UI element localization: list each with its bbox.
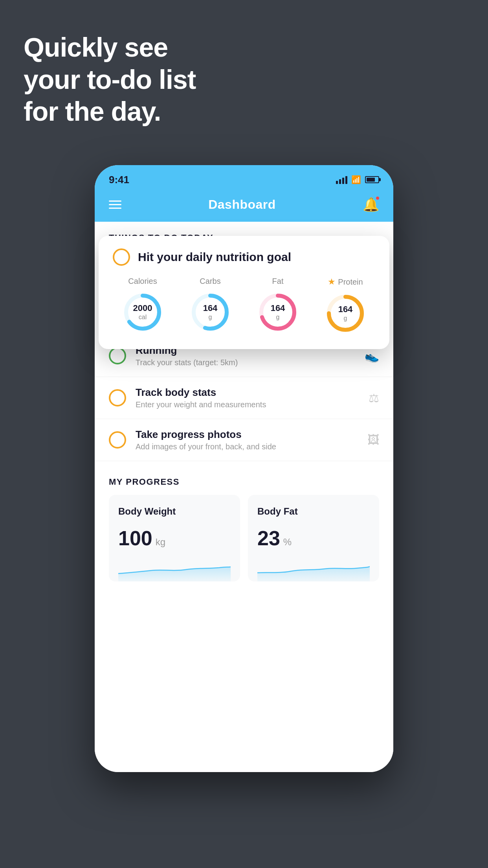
status-icons: 📶 [336, 175, 379, 184]
carbs-donut: 164 g [189, 291, 232, 334]
carbs-item: Carbs 164 g [180, 277, 240, 335]
body-fat-value-container: 23 % [257, 526, 370, 550]
star-icon: ★ [328, 277, 336, 287]
fat-value: 164 [271, 303, 285, 313]
shoe-icon: 👟 [365, 349, 379, 363]
todo-subtitle-progress-photos: Add images of your front, back, and side [136, 442, 358, 451]
body-weight-card: Body Weight 100 kg [109, 495, 240, 581]
list-item[interactable]: Take progress photos Add images of your … [95, 419, 393, 461]
checkbox-running[interactable] [109, 347, 126, 364]
wifi-icon: 📶 [351, 175, 361, 184]
status-bar: 9:41 📶 [95, 165, 393, 189]
scale-icon: ⚖ [369, 391, 379, 405]
app-header: Dashboard 🔔 [95, 189, 393, 222]
protein-text: 164 g [338, 304, 353, 322]
calories-unit: cal [133, 314, 152, 321]
body-weight-unit: kg [156, 537, 165, 548]
todo-title-track-body: Track body stats [136, 386, 359, 399]
body-weight-value-container: 100 kg [118, 526, 231, 550]
headline-line3: for the day. [24, 96, 161, 126]
body-weight-label: Body Weight [118, 506, 231, 517]
progress-section: MY PROGRESS Body Weight 100 kg [95, 461, 393, 589]
body-fat-label: Body Fat [257, 506, 370, 517]
calories-value: 2000 [133, 303, 152, 313]
list-item[interactable]: Track body stats Enter your weight and m… [95, 377, 393, 419]
todo-title-progress-photos: Take progress photos [136, 428, 358, 441]
calories-donut: 2000 cal [121, 291, 164, 334]
body-weight-number: 100 [118, 526, 152, 550]
todo-text-track-body: Track body stats Enter your weight and m… [136, 386, 359, 409]
signal-icon [336, 175, 347, 184]
fat-label: Fat [272, 277, 284, 286]
headline-line1: Quickly see [24, 32, 168, 62]
nutrition-card-title: Hit your daily nutrition goal [138, 250, 291, 264]
status-time: 9:41 [109, 174, 129, 186]
body-weight-chart [118, 558, 231, 581]
body-fat-number: 23 [257, 526, 280, 550]
body-fat-card: Body Fat 23 % [248, 495, 379, 581]
headline-line2: your to-do list [24, 64, 196, 94]
menu-button[interactable] [109, 200, 121, 209]
checkbox-progress-photos[interactable] [109, 431, 126, 449]
nutrition-checkbox[interactable] [113, 248, 130, 266]
body-fat-unit: % [283, 537, 292, 548]
fat-item: Fat 164 g [248, 277, 308, 335]
nutrition-card: Hit your daily nutrition goal Calories 2… [99, 236, 389, 349]
protein-label-text: Protein [338, 278, 363, 287]
carbs-text: 164 g [203, 303, 218, 321]
protein-unit: g [338, 315, 353, 322]
protein-donut: 164 g [324, 292, 367, 335]
protein-label: ★ Protein [328, 277, 363, 287]
todo-subtitle-running: Track your stats (target: 5km) [136, 358, 355, 367]
notification-bell-button[interactable]: 🔔 [363, 197, 379, 212]
calories-item: Calories 2000 cal [113, 277, 172, 335]
carbs-value: 164 [203, 303, 218, 313]
checkbox-track-body[interactable] [109, 389, 126, 406]
fat-donut: 164 g [256, 291, 299, 334]
card-header: Hit your daily nutrition goal [113, 248, 375, 266]
carbs-label: Carbs [200, 277, 220, 286]
battery-icon [365, 176, 379, 183]
photo-icon: 🖼 [367, 433, 379, 447]
nutrition-grid: Calories 2000 cal Carbs [113, 277, 375, 335]
todo-text-progress-photos: Take progress photos Add images of your … [136, 428, 358, 451]
progress-cards: Body Weight 100 kg [109, 495, 379, 581]
fat-unit: g [271, 314, 285, 321]
calories-text: 2000 cal [133, 303, 152, 321]
todo-subtitle-track-body: Enter your weight and measurements [136, 400, 359, 409]
body-fat-chart [257, 558, 370, 581]
calories-label: Calories [128, 277, 157, 286]
progress-title: MY PROGRESS [109, 477, 379, 487]
protein-value: 164 [338, 304, 353, 314]
protein-item: ★ Protein 164 g [316, 277, 375, 335]
fat-text: 164 g [271, 303, 285, 321]
carbs-unit: g [203, 314, 218, 321]
todo-list: Running Track your stats (target: 5km) 👟… [95, 335, 393, 461]
header-title: Dashboard [208, 197, 276, 212]
headline-text: Quickly see your to-do list for the day. [24, 31, 196, 128]
notification-dot [375, 196, 380, 200]
